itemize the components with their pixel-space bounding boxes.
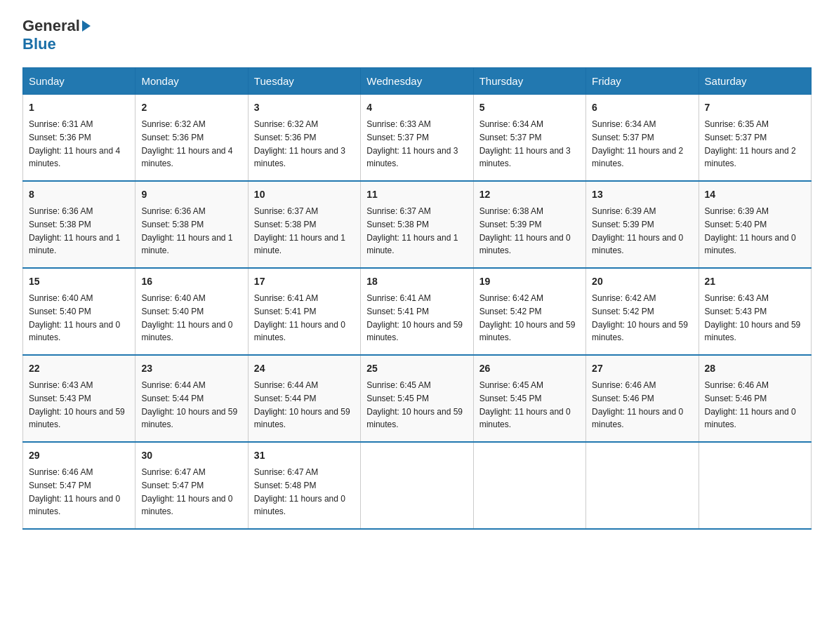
day-info: Sunrise: 6:45 AMSunset: 5:45 PMDaylight:…: [479, 380, 571, 429]
week-row-1: 1 Sunrise: 6:31 AMSunset: 5:36 PMDayligh…: [23, 95, 812, 182]
day-number: 19: [479, 274, 580, 289]
calendar-cell: 27 Sunrise: 6:46 AMSunset: 5:46 PMDaylig…: [586, 355, 699, 442]
day-info: Sunrise: 6:32 AMSunset: 5:36 PMDaylight:…: [141, 119, 232, 168]
logo: General Blue: [22, 17, 91, 53]
calendar-cell: 5 Sunrise: 6:34 AMSunset: 5:37 PMDayligh…: [473, 95, 585, 182]
calendar-cell: 31 Sunrise: 6:47 AMSunset: 5:48 PMDaylig…: [248, 442, 360, 529]
weekday-header-sunday: Sunday: [23, 68, 135, 95]
weekday-header-row: SundayMondayTuesdayWednesdayThursdayFrid…: [23, 68, 812, 95]
day-info: Sunrise: 6:37 AMSunset: 5:38 PMDaylight:…: [366, 206, 458, 255]
calendar-cell: 1 Sunrise: 6:31 AMSunset: 5:36 PMDayligh…: [23, 95, 135, 182]
calendar-cell: 22 Sunrise: 6:43 AMSunset: 5:43 PMDaylig…: [23, 355, 135, 442]
day-number: 15: [29, 274, 129, 289]
day-info: Sunrise: 6:38 AMSunset: 5:39 PMDaylight:…: [479, 206, 571, 255]
day-info: Sunrise: 6:41 AMSunset: 5:41 PMDaylight:…: [366, 293, 463, 342]
day-number: 14: [705, 187, 805, 202]
day-info: Sunrise: 6:46 AMSunset: 5:46 PMDaylight:…: [592, 380, 683, 429]
day-number: 17: [254, 274, 355, 289]
day-info: Sunrise: 6:33 AMSunset: 5:37 PMDaylight:…: [366, 119, 458, 168]
calendar-cell: 4 Sunrise: 6:33 AMSunset: 5:37 PMDayligh…: [361, 95, 473, 182]
day-number: 25: [366, 361, 467, 376]
day-number: 30: [141, 448, 241, 463]
day-info: Sunrise: 6:41 AMSunset: 5:41 PMDaylight:…: [254, 293, 345, 342]
calendar-cell: 25 Sunrise: 6:45 AMSunset: 5:45 PMDaylig…: [361, 355, 473, 442]
day-number: 16: [141, 274, 241, 289]
calendar-cell: 17 Sunrise: 6:41 AMSunset: 5:41 PMDaylig…: [248, 268, 360, 355]
calendar-cell: 21 Sunrise: 6:43 AMSunset: 5:43 PMDaylig…: [699, 268, 811, 355]
day-number: 27: [592, 361, 692, 376]
day-info: Sunrise: 6:46 AMSunset: 5:47 PMDaylight:…: [29, 467, 120, 516]
day-number: 9: [141, 187, 241, 202]
calendar-cell: 10 Sunrise: 6:37 AMSunset: 5:38 PMDaylig…: [248, 181, 360, 268]
logo-blue-text: Blue: [22, 35, 56, 53]
calendar-cell: 19 Sunrise: 6:42 AMSunset: 5:42 PMDaylig…: [473, 268, 585, 355]
day-number: 11: [366, 187, 467, 202]
calendar-cell: 3 Sunrise: 6:32 AMSunset: 5:36 PMDayligh…: [248, 95, 360, 182]
calendar-cell: 9 Sunrise: 6:36 AMSunset: 5:38 PMDayligh…: [135, 181, 248, 268]
day-info: Sunrise: 6:34 AMSunset: 5:37 PMDaylight:…: [479, 119, 571, 168]
day-number: 4: [366, 100, 467, 115]
day-info: Sunrise: 6:36 AMSunset: 5:38 PMDaylight:…: [29, 206, 120, 255]
day-info: Sunrise: 6:47 AMSunset: 5:48 PMDaylight:…: [254, 467, 345, 516]
calendar-cell: 30 Sunrise: 6:47 AMSunset: 5:47 PMDaylig…: [135, 442, 248, 529]
day-number: 28: [705, 361, 805, 376]
day-info: Sunrise: 6:42 AMSunset: 5:42 PMDaylight:…: [592, 293, 688, 342]
day-number: 8: [29, 187, 129, 202]
week-row-3: 15 Sunrise: 6:40 AMSunset: 5:40 PMDaylig…: [23, 268, 812, 355]
day-info: Sunrise: 6:43 AMSunset: 5:43 PMDaylight:…: [705, 293, 801, 342]
calendar-cell: [361, 442, 473, 529]
day-number: 12: [479, 187, 580, 202]
day-number: 31: [254, 448, 355, 463]
day-info: Sunrise: 6:44 AMSunset: 5:44 PMDaylight:…: [254, 380, 350, 429]
day-info: Sunrise: 6:43 AMSunset: 5:43 PMDaylight:…: [29, 380, 125, 429]
day-info: Sunrise: 6:32 AMSunset: 5:36 PMDaylight:…: [254, 119, 345, 168]
day-number: 5: [479, 100, 580, 115]
calendar-cell: 6 Sunrise: 6:34 AMSunset: 5:37 PMDayligh…: [586, 95, 699, 182]
calendar-cell: 23 Sunrise: 6:44 AMSunset: 5:44 PMDaylig…: [135, 355, 248, 442]
calendar-cell: 13 Sunrise: 6:39 AMSunset: 5:39 PMDaylig…: [586, 181, 699, 268]
day-number: 23: [141, 361, 241, 376]
day-number: 26: [479, 361, 580, 376]
day-number: 24: [254, 361, 355, 376]
calendar-table: SundayMondayTuesdayWednesdayThursdayFrid…: [22, 67, 812, 530]
day-info: Sunrise: 6:39 AMSunset: 5:40 PMDaylight:…: [705, 206, 796, 255]
week-row-2: 8 Sunrise: 6:36 AMSunset: 5:38 PMDayligh…: [23, 181, 812, 268]
calendar-cell: 20 Sunrise: 6:42 AMSunset: 5:42 PMDaylig…: [586, 268, 699, 355]
calendar-cell: 18 Sunrise: 6:41 AMSunset: 5:41 PMDaylig…: [361, 268, 473, 355]
logo-text: General: [22, 17, 80, 35]
day-number: 13: [592, 187, 692, 202]
calendar-cell: 2 Sunrise: 6:32 AMSunset: 5:36 PMDayligh…: [135, 95, 248, 182]
day-info: Sunrise: 6:46 AMSunset: 5:46 PMDaylight:…: [705, 380, 796, 429]
calendar-cell: 16 Sunrise: 6:40 AMSunset: 5:40 PMDaylig…: [135, 268, 248, 355]
weekday-header-friday: Friday: [586, 68, 699, 95]
day-number: 2: [141, 100, 241, 115]
weekday-header-wednesday: Wednesday: [361, 68, 473, 95]
day-number: 22: [29, 361, 129, 376]
day-info: Sunrise: 6:31 AMSunset: 5:36 PMDaylight:…: [29, 119, 120, 168]
calendar-cell: [699, 442, 811, 529]
calendar-cell: 26 Sunrise: 6:45 AMSunset: 5:45 PMDaylig…: [473, 355, 585, 442]
calendar-cell: 14 Sunrise: 6:39 AMSunset: 5:40 PMDaylig…: [699, 181, 811, 268]
page-header: General Blue: [22, 17, 812, 53]
calendar-cell: 28 Sunrise: 6:46 AMSunset: 5:46 PMDaylig…: [699, 355, 811, 442]
calendar-cell: 8 Sunrise: 6:36 AMSunset: 5:38 PMDayligh…: [23, 181, 135, 268]
day-number: 1: [29, 100, 129, 115]
day-info: Sunrise: 6:42 AMSunset: 5:42 PMDaylight:…: [479, 293, 576, 342]
day-info: Sunrise: 6:37 AMSunset: 5:38 PMDaylight:…: [254, 206, 345, 255]
calendar-cell: 11 Sunrise: 6:37 AMSunset: 5:38 PMDaylig…: [361, 181, 473, 268]
calendar-cell: [473, 442, 585, 529]
weekday-header-saturday: Saturday: [699, 68, 811, 95]
day-number: 3: [254, 100, 355, 115]
day-info: Sunrise: 6:34 AMSunset: 5:37 PMDaylight:…: [592, 119, 683, 168]
day-number: 21: [705, 274, 805, 289]
week-row-4: 22 Sunrise: 6:43 AMSunset: 5:43 PMDaylig…: [23, 355, 812, 442]
day-info: Sunrise: 6:36 AMSunset: 5:38 PMDaylight:…: [141, 206, 232, 255]
weekday-header-tuesday: Tuesday: [248, 68, 360, 95]
day-info: Sunrise: 6:44 AMSunset: 5:44 PMDaylight:…: [141, 380, 237, 429]
week-row-5: 29 Sunrise: 6:46 AMSunset: 5:47 PMDaylig…: [23, 442, 812, 529]
logo-triangle-icon: [82, 20, 91, 32]
calendar-cell: 15 Sunrise: 6:40 AMSunset: 5:40 PMDaylig…: [23, 268, 135, 355]
day-info: Sunrise: 6:39 AMSunset: 5:39 PMDaylight:…: [592, 206, 683, 255]
day-number: 29: [29, 448, 129, 463]
weekday-header-thursday: Thursday: [473, 68, 585, 95]
